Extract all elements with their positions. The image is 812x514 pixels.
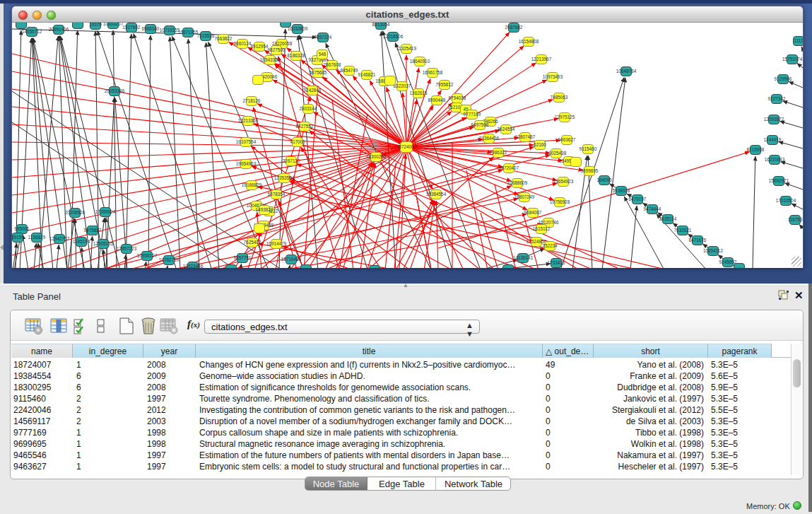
- svg-text:17957223: 17957223: [117, 246, 137, 251]
- svg-text:18300295: 18300295: [366, 154, 387, 159]
- svg-text:15716485: 15716485: [281, 257, 302, 262]
- svg-text:16914479: 16914479: [266, 241, 287, 246]
- svg-text:9899695: 9899695: [581, 168, 599, 173]
- svg-text:7515526: 7515526: [197, 33, 215, 38]
- svg-text:12975125: 12975125: [555, 115, 575, 119]
- svg-text:14136141: 14136141: [513, 255, 534, 260]
- svg-text:10025438: 10025438: [546, 151, 567, 156]
- svg-text:20206526: 20206526: [65, 210, 86, 215]
- svg-text:9463627: 9463627: [558, 137, 576, 142]
- svg-text:10688609: 10688609: [507, 180, 528, 185]
- svg-text:10719155: 10719155: [160, 28, 180, 33]
- svg-text:252234: 252234: [542, 243, 558, 248]
- svg-text:1615112: 1615112: [533, 226, 551, 231]
- svg-text:6966160: 6966160: [142, 26, 160, 31]
- svg-text:9474444: 9474444: [644, 206, 661, 211]
- svg-text:9146821: 9146821: [358, 72, 376, 77]
- svg-text:9115460: 9115460: [579, 146, 597, 151]
- svg-text:8427552: 8427552: [296, 124, 314, 129]
- svg-text:1733426: 1733426: [548, 260, 565, 265]
- svg-text:9857791: 9857791: [234, 255, 252, 260]
- svg-text:15751074: 15751074: [782, 57, 803, 62]
- svg-text:10973493: 10973493: [543, 74, 563, 79]
- svg-text:18640910: 18640910: [410, 59, 430, 64]
- svg-text:17359924: 17359924: [95, 209, 116, 214]
- svg-text:12093872: 12093872: [764, 117, 784, 122]
- svg-text:1493822: 1493822: [256, 207, 273, 212]
- svg-text:9242848: 9242848: [304, 88, 322, 93]
- svg-text:16671355: 16671355: [178, 30, 199, 35]
- svg-text:17010504: 17010504: [776, 198, 796, 203]
- svg-text:10958107: 10958107: [137, 253, 158, 258]
- svg-text:546: 546: [319, 52, 326, 57]
- svg-text:1244419: 1244419: [764, 137, 782, 142]
- svg-text:21364436: 21364436: [479, 136, 500, 141]
- svg-text:16033809: 16033809: [288, 26, 308, 31]
- svg-text:3267110: 3267110: [283, 158, 300, 163]
- svg-text:62160: 62160: [534, 142, 546, 147]
- svg-text:7663822: 7663822: [215, 36, 233, 41]
- svg-text:16543362: 16543362: [260, 57, 281, 62]
- svg-text:7625402: 7625402: [244, 240, 261, 245]
- svg-text:8912954: 8912954: [251, 44, 269, 49]
- svg-text:5878354: 5878354: [268, 192, 286, 197]
- svg-text:2867608: 2867608: [324, 62, 341, 67]
- svg-text:12213967: 12213967: [531, 57, 552, 62]
- svg-text:8660124: 8660124: [234, 41, 252, 46]
- svg-text:12213369: 12213369: [238, 118, 259, 123]
- svg-text:5938928: 5938928: [613, 188, 630, 193]
- svg-text:2718126: 2718126: [243, 98, 261, 103]
- svg-text:20053346: 20053346: [105, 88, 125, 93]
- svg-text:9975867: 9975867: [84, 228, 102, 233]
- svg-text:164095: 164095: [596, 177, 612, 182]
- svg-text:15692971: 15692971: [769, 178, 789, 183]
- svg-text:8322037: 8322037: [394, 83, 411, 88]
- svg-text:16782759: 16782759: [159, 257, 180, 262]
- svg-text:12353594: 12353594: [274, 175, 295, 180]
- svg-text:8215958: 8215958: [747, 147, 765, 152]
- svg-text:417006: 417006: [290, 139, 305, 144]
- svg-text:9129966: 9129966: [775, 76, 792, 81]
- svg-text:7485063: 7485063: [551, 95, 568, 100]
- svg-text:19654963: 19654963: [236, 161, 257, 166]
- svg-text:8186328: 8186328: [288, 53, 305, 58]
- svg-text:12505135: 12505135: [93, 241, 114, 246]
- svg-text:116753: 116753: [788, 217, 803, 222]
- svg-text:10654112: 10654112: [703, 248, 723, 253]
- svg-text:9684067: 9684067: [524, 210, 542, 215]
- svg-text:20891406: 20891406: [49, 27, 69, 32]
- svg-text:7632621: 7632621: [674, 228, 692, 233]
- svg-text:16961758: 16961758: [423, 70, 443, 75]
- svg-text:7986322: 7986322: [490, 150, 507, 155]
- svg-text:9827500: 9827500: [268, 47, 286, 52]
- svg-text:1112: 1112: [794, 38, 803, 43]
- svg-text:13654923: 13654923: [553, 179, 574, 184]
- svg-text:14055712: 14055712: [22, 29, 42, 34]
- svg-text:7857224: 7857224: [314, 35, 332, 40]
- svg-text:3624554: 3624554: [498, 127, 515, 132]
- svg-text:2803144: 2803144: [300, 106, 317, 111]
- svg-text:1362615: 1362615: [410, 90, 428, 95]
- svg-text:985061: 985061: [14, 226, 30, 231]
- svg-text:10648784: 10648784: [616, 69, 637, 74]
- svg-text:16154808: 16154808: [519, 39, 539, 44]
- svg-text:12218506: 12218506: [383, 34, 404, 39]
- svg-text:2935114: 2935114: [659, 216, 677, 221]
- svg-text:39159: 39159: [12, 235, 24, 240]
- svg-text:5875685: 5875685: [310, 70, 327, 75]
- svg-text:16210643: 16210643: [765, 157, 785, 162]
- svg-text:1527602: 1527602: [123, 25, 141, 30]
- svg-text:8454749: 8454749: [341, 68, 358, 73]
- svg-text:19379: 19379: [89, 23, 102, 27]
- svg-text:8813054: 8813054: [372, 23, 390, 27]
- svg-text:7955812: 7955812: [436, 82, 454, 87]
- svg-text:1156829: 1156829: [28, 235, 46, 240]
- svg-text:10653267: 10653267: [103, 23, 124, 26]
- svg-text:6497568: 6497568: [471, 122, 489, 127]
- svg-text:18807249: 18807249: [514, 194, 535, 199]
- svg-text:19756928: 19756928: [550, 199, 570, 204]
- svg-text:2087682: 2087682: [505, 25, 523, 30]
- svg-text:18724007: 18724007: [396, 144, 417, 149]
- svg-text:8990448: 8990448: [428, 98, 446, 103]
- svg-text:6794028: 6794028: [449, 95, 466, 100]
